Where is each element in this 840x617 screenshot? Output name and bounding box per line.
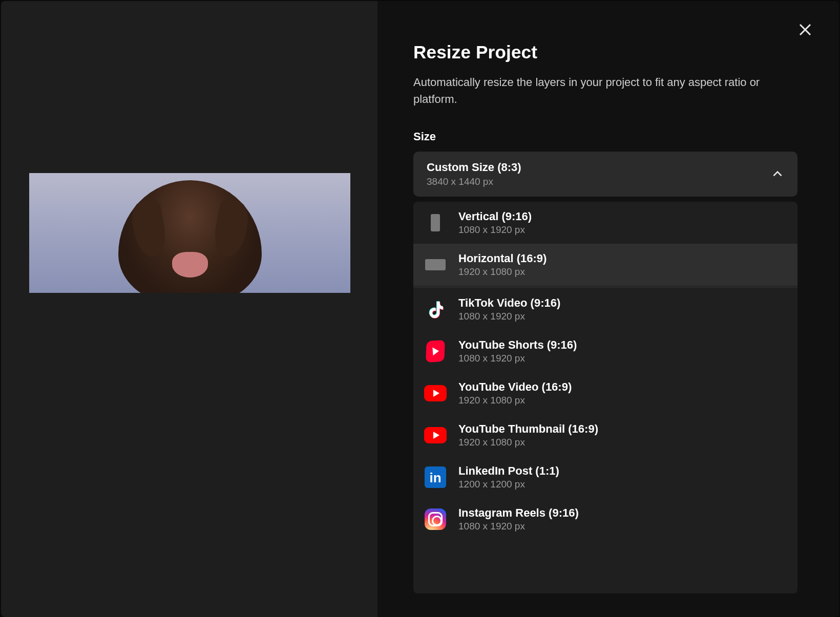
linkedin-icon: in <box>425 466 446 488</box>
option-title: YouTube Thumbnail (16:9) <box>458 422 598 436</box>
youtube-icon <box>424 385 447 401</box>
size-option-yt-shorts[interactable]: YouTube Shorts (9:16)1080 x 1920 px <box>413 330 797 372</box>
option-title: TikTok Video (9:16) <box>458 296 560 310</box>
size-option-vertical[interactable]: Vertical (9:16)1080 x 1920 px <box>413 202 797 244</box>
content-wrap: Resize Project Automatically resize the … <box>1 1 839 617</box>
option-title: YouTube Video (16:9) <box>458 380 572 394</box>
size-option-yt-video[interactable]: YouTube Video (16:9)1920 x 1080 px <box>413 372 797 414</box>
selected-size-title: Custom Size (8:3) <box>427 161 521 174</box>
project-preview-thumbnail <box>29 173 350 293</box>
size-dropdown-list[interactable]: Vertical (9:16)1080 x 1920 pxHorizontal … <box>413 202 797 593</box>
app-frame: Resize Project Automatically resize the … <box>1 1 839 617</box>
panel-description: Automatically resize the layers in your … <box>413 74 787 108</box>
option-title: Vertical (9:16) <box>458 210 532 223</box>
option-subtitle: 1080 x 1920 px <box>458 311 560 322</box>
option-title: Horizontal (16:9) <box>458 252 547 265</box>
size-option-horizontal[interactable]: Horizontal (16:9)1920 x 1080 px <box>413 244 797 286</box>
size-option-yt-thumb[interactable]: YouTube Thumbnail (16:9)1920 x 1080 px <box>413 414 797 456</box>
panel-title: Resize Project <box>413 42 813 62</box>
option-title: LinkedIn Post (1:1) <box>458 464 559 478</box>
option-subtitle: 1920 x 1080 px <box>458 437 598 448</box>
size-option-ig-reels[interactable]: Instagram Reels (9:16)1080 x 1920 px <box>413 498 797 540</box>
size-option-tiktok[interactable]: TikTok Video (9:16)1080 x 1920 px <box>413 288 797 330</box>
option-title: Instagram Reels (9:16) <box>458 506 579 520</box>
option-divider <box>413 287 797 287</box>
youtube-shorts-icon <box>426 340 445 363</box>
preview-panel <box>1 1 377 617</box>
resize-panel: Resize Project Automatically resize the … <box>377 1 839 617</box>
option-subtitle: 1920 x 1080 px <box>458 395 572 406</box>
size-option-linkedin[interactable]: inLinkedIn Post (1:1)1200 x 1200 px <box>413 456 797 498</box>
option-subtitle: 1080 x 1920 px <box>458 353 577 364</box>
size-section-label: Size <box>413 130 813 143</box>
option-subtitle: 1080 x 1920 px <box>458 521 579 532</box>
vertical-shape-icon <box>431 214 440 231</box>
option-subtitle: 1080 x 1920 px <box>458 224 532 236</box>
close-icon <box>797 22 813 37</box>
selected-size-subtitle: 3840 x 1440 px <box>427 176 521 187</box>
tiktok-icon <box>426 299 445 320</box>
option-title: YouTube Shorts (9:16) <box>458 338 577 352</box>
size-selector-trigger[interactable]: Custom Size (8:3) 3840 x 1440 px <box>413 152 797 197</box>
option-subtitle: 1920 x 1080 px <box>458 266 547 278</box>
horizontal-shape-icon <box>425 259 446 270</box>
youtube-icon <box>424 427 447 443</box>
instagram-icon <box>425 508 446 530</box>
chevron-up-icon <box>771 167 784 181</box>
close-button[interactable] <box>796 20 814 39</box>
option-subtitle: 1200 x 1200 px <box>458 479 559 490</box>
